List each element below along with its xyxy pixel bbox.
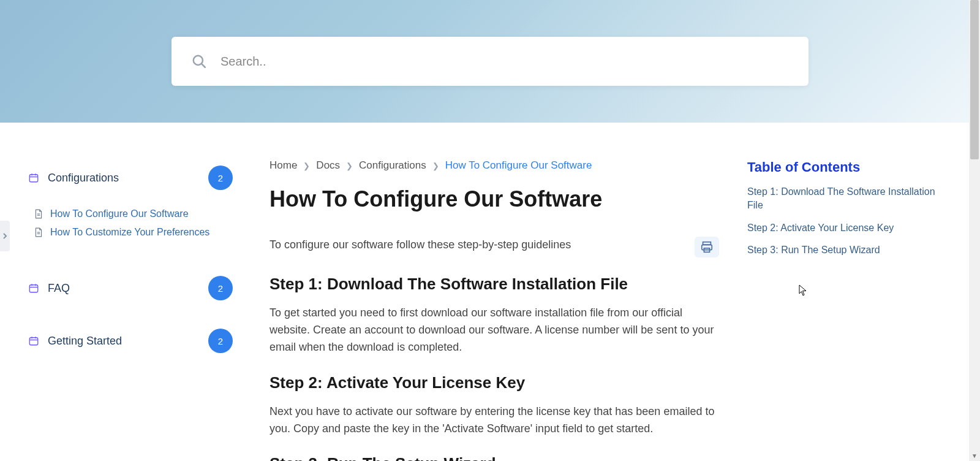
- toc-link-step3[interactable]: Step 3: Run The Setup Wizard: [747, 243, 943, 257]
- scroll-down-arrow-icon[interactable]: ▼: [969, 450, 980, 461]
- table-of-contents: Table of Contents Step 1: Download The S…: [735, 159, 968, 461]
- count-badge: 2: [208, 276, 233, 300]
- sidebar-item-getting-started[interactable]: Getting Started 2: [28, 322, 233, 359]
- document-icon: [34, 227, 43, 237]
- sidebar-subitem-customize-preferences[interactable]: How To Customize Your Preferences: [34, 223, 233, 242]
- step-heading-3: Step 3: Run The Setup Wizard: [270, 454, 719, 461]
- toc-title: Table of Contents: [747, 159, 943, 175]
- breadcrumb-link-home[interactable]: Home: [270, 159, 297, 172]
- svg-rect-19: [702, 245, 712, 250]
- page-title: How To Configure Our Software: [270, 186, 719, 212]
- printer-icon: [700, 240, 714, 254]
- sidebar-item-faq[interactable]: FAQ 2: [28, 270, 233, 307]
- document-icon: [34, 209, 43, 219]
- step-body-1: To get started you need to first downloa…: [270, 305, 719, 356]
- print-button[interactable]: [695, 237, 719, 257]
- calendar-icon: [28, 283, 39, 294]
- breadcrumb-link-docs[interactable]: Docs: [316, 159, 340, 172]
- search-icon: [191, 53, 207, 69]
- svg-rect-10: [29, 285, 38, 292]
- sidebar-expand-handle[interactable]: [0, 221, 10, 251]
- sidebar-subitem-configure-software[interactable]: How To Configure Our Software: [34, 205, 233, 223]
- breadcrumb-link-configurations[interactable]: Configurations: [359, 159, 426, 172]
- svg-rect-14: [29, 338, 38, 345]
- search-input[interactable]: [221, 55, 789, 69]
- chevron-right-icon: ❯: [346, 161, 353, 170]
- toc-link-step2[interactable]: Step 2: Activate Your License Key: [747, 221, 943, 235]
- sidebar-item-label: FAQ: [48, 282, 200, 295]
- article-intro: To configure our software follow these s…: [270, 237, 682, 253]
- hero-banner: [0, 0, 980, 123]
- count-badge: 2: [208, 329, 233, 353]
- svg-rect-2: [29, 175, 38, 182]
- article-main: Home ❯ Docs ❯ Configurations ❯ How To Co…: [239, 159, 735, 461]
- toc-link-step1[interactable]: Step 1: Download The Software Installati…: [747, 185, 943, 213]
- scrollbar-vertical[interactable]: ▲ ▼: [969, 0, 980, 461]
- sidebar-item-label: Configurations: [48, 172, 200, 185]
- search-box[interactable]: [172, 37, 809, 86]
- step-body-2: Next you have to activate our software b…: [270, 403, 719, 438]
- calendar-icon: [28, 335, 39, 346]
- step-heading-2: Step 2: Activate Your License Key: [270, 373, 719, 392]
- sidebar-item-configurations[interactable]: Configurations 2: [28, 159, 233, 196]
- svg-line-1: [202, 64, 205, 67]
- step-heading-1: Step 1: Download The Software Installati…: [270, 275, 719, 294]
- count-badge: 2: [208, 166, 233, 190]
- sidebar-sublist-configurations: How To Configure Our Software How To Cus…: [34, 205, 233, 242]
- breadcrumb-current: How To Configure Our Software: [445, 159, 592, 172]
- sidebar: Configurations 2 How To Configure Our So…: [12, 159, 239, 461]
- scrollbar-thumb[interactable]: [970, 0, 979, 159]
- calendar-icon: [28, 172, 39, 183]
- sidebar-subitem-label: How To Customize Your Preferences: [50, 227, 209, 238]
- sidebar-item-label: Getting Started: [48, 335, 200, 348]
- breadcrumb: Home ❯ Docs ❯ Configurations ❯ How To Co…: [270, 159, 719, 172]
- sidebar-subitem-label: How To Configure Our Software: [50, 208, 189, 219]
- chevron-right-icon: ❯: [432, 161, 439, 170]
- chevron-right-icon: ❯: [303, 161, 310, 170]
